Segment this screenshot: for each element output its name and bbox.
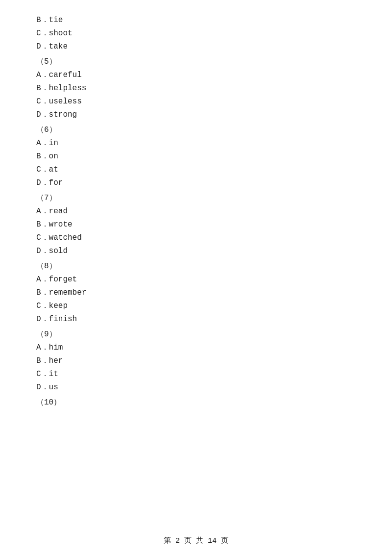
option-B-on: B．on xyxy=(34,151,358,161)
option-C-useless: C．useless xyxy=(34,96,358,106)
question-number-9: （9） xyxy=(34,329,358,339)
option-B-her: B．her xyxy=(34,355,358,366)
option-A-him: A．him xyxy=(34,342,358,353)
option-A-careful: A．careful xyxy=(34,70,358,80)
option-D-take: D．take xyxy=(34,41,358,51)
option-D-for: D．for xyxy=(34,177,358,188)
option-A-forget: A．forget xyxy=(34,274,358,284)
question-10: （10） xyxy=(34,397,358,407)
option-C-shoot: C．shoot xyxy=(34,28,358,38)
option-C-at: C．at xyxy=(34,164,358,175)
question-8: （8） A．forget B．remember C．keep D．finish xyxy=(34,261,358,324)
page-content: B．tie C．shoot D．take （5） A．careful B．hel… xyxy=(0,0,392,440)
option-D-sold: D．sold xyxy=(34,246,358,256)
question-7: （7） A．read B．wrote C．watched D．sold xyxy=(34,193,358,256)
option-B-remember: B．remember xyxy=(34,287,358,298)
question-5: （5） A．careful B．helpless C．useless D．str… xyxy=(34,56,358,120)
question-number-8: （8） xyxy=(34,261,358,271)
option-D-us: D．us xyxy=(34,382,358,392)
option-B-wrote: B．wrote xyxy=(34,219,358,229)
option-D-finish: D．finish xyxy=(34,314,358,324)
question-number-10: （10） xyxy=(34,397,358,407)
option-C-watched: C．watched xyxy=(34,232,358,243)
option-B-helpless: B．helpless xyxy=(34,83,358,93)
option-B-tie: B．tie xyxy=(34,15,358,25)
footer-text: 第 2 页 共 14 页 xyxy=(164,537,228,545)
option-A-read: A．read xyxy=(34,206,358,216)
question-6: （6） A．in B．on C．at D．for xyxy=(34,125,358,188)
question-9: （9） A．him B．her C．it D．us xyxy=(34,329,358,392)
page-footer: 第 2 页 共 14 页 xyxy=(0,536,392,545)
question-number-5: （5） xyxy=(34,56,358,67)
question-number-7: （7） xyxy=(34,193,358,203)
option-A-in: A．in xyxy=(34,138,358,148)
option-D-strong: D．strong xyxy=(34,109,358,120)
question-continuation: B．tie C．shoot D．take xyxy=(34,15,358,51)
option-C-keep: C．keep xyxy=(34,301,358,311)
option-C-it: C．it xyxy=(34,369,358,379)
question-number-6: （6） xyxy=(34,125,358,135)
